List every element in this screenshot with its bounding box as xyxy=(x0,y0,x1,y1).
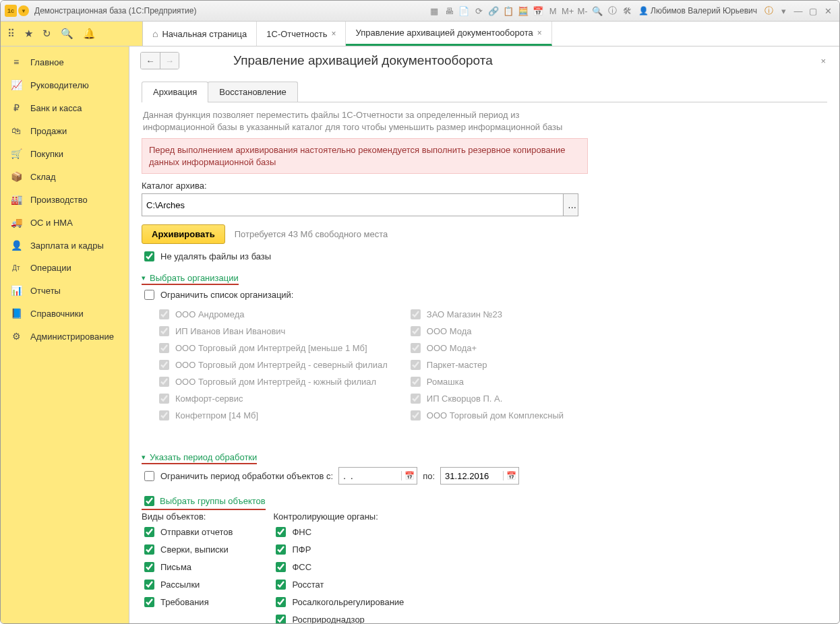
link-icon[interactable]: 🔗 xyxy=(487,5,500,17)
checkbox-input[interactable] xyxy=(276,544,286,555)
calendar-icon[interactable]: 📅 xyxy=(532,5,544,17)
groups-enable-input[interactable] xyxy=(144,496,154,506)
sidebar-item-purchase[interactable]: 🛒Покупки xyxy=(1,142,129,165)
calc-icon[interactable]: 🧮 xyxy=(517,5,529,17)
checkbox-input[interactable] xyxy=(144,527,154,537)
date-from-field[interactable]: 📅 xyxy=(338,467,417,485)
app-menu-dropdown-icon[interactable]: ▼ xyxy=(18,5,29,16)
sidebar-item-catalogs[interactable]: 📘Справочники xyxy=(1,302,129,325)
section-groups[interactable]: Выбрать группы объектов xyxy=(142,494,266,510)
checkbox-input[interactable] xyxy=(276,527,286,537)
keep-files-checkbox[interactable]: Не удалять файлы из базы xyxy=(142,249,827,263)
tab-close-icon[interactable]: × xyxy=(537,28,542,38)
current-user[interactable]: 👤Любимов Валерий Юрьевич xyxy=(638,6,757,15)
list-item[interactable]: Письма xyxy=(142,560,233,574)
sidebar-item-operations[interactable]: ДтОперации xyxy=(1,257,129,279)
star-icon[interactable]: ★ xyxy=(24,28,33,40)
mem-mplus[interactable]: M+ xyxy=(562,5,574,17)
date-from-input[interactable] xyxy=(339,468,401,483)
print-icon[interactable]: 🖶 xyxy=(443,5,455,17)
limit-period-input[interactable] xyxy=(144,471,154,481)
limit-period-checkbox[interactable]: Ограничить период обработки объектов с: xyxy=(142,469,333,483)
nav-back-button[interactable]: ← xyxy=(141,53,160,69)
date-to-input[interactable] xyxy=(441,468,503,483)
sidebar-item-salary[interactable]: 👤Зарплата и кадры xyxy=(1,234,129,257)
checkbox-input xyxy=(159,309,169,319)
tab-home[interactable]: ⌂ Начальная страница xyxy=(143,22,257,46)
subtab-restore[interactable]: Восстановление xyxy=(208,82,297,102)
checkbox-input[interactable] xyxy=(144,580,154,590)
toolbar-icon[interactable]: ▦ xyxy=(428,5,440,17)
sidebar-item-manager[interactable]: 📈Руководителю xyxy=(1,73,129,96)
history-icon[interactable]: ↻ xyxy=(42,28,51,40)
list-item[interactable]: Росстат xyxy=(273,578,404,592)
keep-files-input[interactable] xyxy=(144,251,154,261)
checkbox-input xyxy=(411,360,421,370)
sidebar-item-reports[interactable]: 📊Отчеты xyxy=(1,279,129,302)
zoom-icon[interactable]: 🔍 xyxy=(591,5,603,17)
sidebar-item-production[interactable]: 🏭Производство xyxy=(1,188,129,211)
checkbox-input[interactable] xyxy=(276,615,286,623)
sidebar-item-main[interactable]: ≡Главное xyxy=(1,51,129,73)
sidebar-item-stock[interactable]: 📦Склад xyxy=(1,165,129,188)
doc-icon[interactable]: 📄 xyxy=(458,5,470,17)
calendar-icon[interactable]: 📅 xyxy=(401,471,417,480)
maximize-icon[interactable]: ▢ xyxy=(807,5,819,17)
list-item[interactable]: Сверки, выписки xyxy=(142,542,233,557)
checkbox-input xyxy=(159,360,169,370)
list-item[interactable]: Отправки отчетов xyxy=(142,525,233,539)
sidebar-item-bank[interactable]: ₽Банк и касса xyxy=(1,96,129,119)
copy-icon[interactable]: 📋 xyxy=(502,5,514,17)
bell-icon[interactable]: 🔔 xyxy=(83,28,96,40)
sidebar-item-os-nma[interactable]: 🚚ОС и НМА xyxy=(1,211,129,234)
checkbox-input xyxy=(411,410,421,420)
date-to-field[interactable]: 📅 xyxy=(440,467,519,485)
checkbox-input xyxy=(159,326,169,336)
list-item[interactable]: ФСС xyxy=(273,560,404,574)
subtab-archive[interactable]: Архивация xyxy=(142,82,208,102)
list-item[interactable]: Росприроднадзор xyxy=(273,613,404,623)
close-icon[interactable]: ✕ xyxy=(822,5,834,17)
mem-mminus[interactable]: M- xyxy=(576,5,589,17)
checkbox-input[interactable] xyxy=(144,544,154,555)
section-period[interactable]: ▾ Указать период обработки xyxy=(142,452,257,464)
list-item[interactable]: Росалкогольрегулирование xyxy=(273,595,404,609)
archive-button[interactable]: Архивировать xyxy=(142,224,225,244)
limit-orgs-checkbox[interactable]: Ограничить список организаций: xyxy=(142,288,827,302)
help-icon[interactable]: ⓘ xyxy=(762,5,775,17)
tools-icon[interactable]: 🛠 xyxy=(621,5,633,17)
list-item[interactable]: ПФР xyxy=(273,542,404,557)
chevron-down-icon: ▾ xyxy=(142,274,146,282)
truck-icon: 🚚 xyxy=(10,217,22,228)
checkbox-input xyxy=(159,343,169,353)
page-close-icon[interactable]: × xyxy=(818,53,829,69)
tab-archive-mgmt[interactable]: Управление архивацией документооборота × xyxy=(346,22,551,46)
section-select-orgs[interactable]: ▾ Выбрать организации xyxy=(142,273,239,285)
calendar-icon[interactable]: 📅 xyxy=(503,471,518,480)
dropdown-icon[interactable]: ▾ xyxy=(777,5,789,17)
checkbox-input[interactable] xyxy=(144,597,154,607)
limit-orgs-input[interactable] xyxy=(144,290,154,300)
minimize-icon[interactable]: — xyxy=(792,5,804,17)
list-item[interactable]: Требования xyxy=(142,595,233,609)
sidebar-item-sales[interactable]: 🛍Продажи xyxy=(1,119,129,142)
mem-m[interactable]: M xyxy=(547,5,559,17)
checkbox-input[interactable] xyxy=(276,597,286,607)
checkbox-input[interactable] xyxy=(144,562,154,572)
checkbox-input[interactable] xyxy=(276,580,286,590)
home-icon: ⌂ xyxy=(152,28,158,39)
sidebar-item-admin[interactable]: ⚙Администрирование xyxy=(1,325,129,348)
tab-1c-report[interactable]: 1С-Отчетность × xyxy=(257,22,346,46)
refresh-icon[interactable]: ⟳ xyxy=(473,5,485,17)
list-item[interactable]: ФНС xyxy=(273,525,404,539)
apps-icon[interactable]: ⠿ xyxy=(7,28,15,40)
info-icon[interactable]: ⓘ xyxy=(606,5,618,17)
tab-close-icon[interactable]: × xyxy=(331,29,336,38)
list-item[interactable]: Рассылки xyxy=(142,578,233,592)
nav-forward-button[interactable]: → xyxy=(160,53,179,69)
browse-button[interactable]: … xyxy=(564,193,578,216)
search-icon[interactable]: 🔍 xyxy=(61,28,73,40)
bag-icon: 🛍 xyxy=(10,125,22,136)
catalog-path-input[interactable] xyxy=(142,193,564,216)
checkbox-input[interactable] xyxy=(276,562,286,572)
